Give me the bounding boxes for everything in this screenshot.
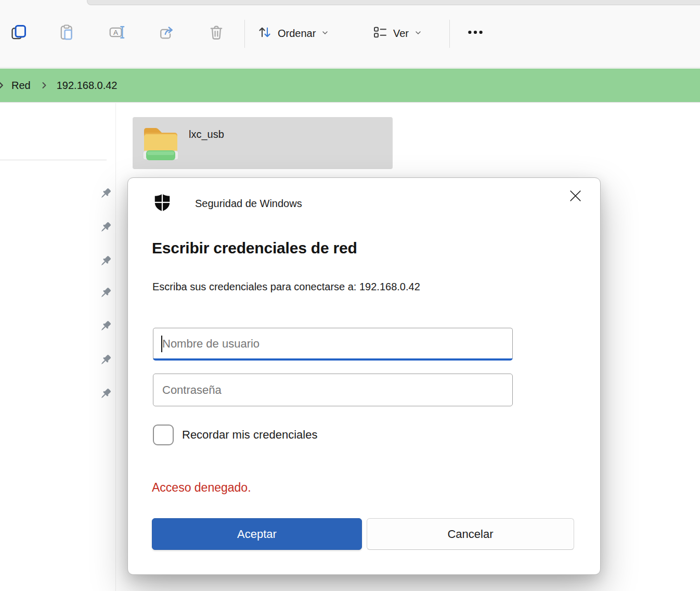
windows-security-dialog: Seguridad de Windows Escribir credencial… xyxy=(127,177,601,575)
breadcrumb-item-host[interactable]: 192.168.0.42 xyxy=(57,80,118,92)
copy-icon xyxy=(10,23,28,43)
pushpin-icon xyxy=(99,286,112,300)
sort-label: Ordenar xyxy=(278,28,316,40)
chevron-right-icon[interactable] xyxy=(39,80,49,91)
copy-button[interactable] xyxy=(8,23,29,44)
view-label: Ver xyxy=(393,28,409,40)
toolbar-separator xyxy=(244,20,245,48)
dialog-app-title: Seguridad de Windows xyxy=(195,198,302,210)
svg-text:A: A xyxy=(113,29,118,36)
close-x-icon xyxy=(569,189,582,204)
sidebar-section-divider xyxy=(0,160,107,160)
toolbar-separator xyxy=(449,20,450,48)
trash-icon xyxy=(208,23,225,43)
pushpin-icon xyxy=(99,221,112,234)
windows-security-shield-icon xyxy=(152,192,172,212)
pushpin-icon xyxy=(99,353,112,367)
remember-credentials-row[interactable]: Recordar mis credenciales xyxy=(153,425,317,445)
paste-button[interactable] xyxy=(56,23,77,44)
username-input[interactable] xyxy=(153,328,513,361)
file-name: lxc_usb xyxy=(189,129,224,140)
cancel-button[interactable]: Cancelar xyxy=(367,518,574,550)
share-icon xyxy=(158,23,175,43)
command-toolbar: A xyxy=(0,0,700,68)
password-field-wrap xyxy=(153,374,513,406)
file-explorer-window: A xyxy=(0,0,700,591)
pushpin-icon xyxy=(99,187,112,200)
pushpin-icon xyxy=(99,254,112,268)
text-caret xyxy=(161,336,162,352)
dialog-subheading: Escriba sus credenciales para conectarse… xyxy=(152,281,420,293)
folder-usb-icon xyxy=(140,122,182,164)
sort-arrows-icon xyxy=(257,24,273,43)
chevron-down-icon xyxy=(414,28,422,40)
error-message: Acceso denegado. xyxy=(152,481,251,495)
view-list-icon xyxy=(372,24,388,43)
ellipsis-icon xyxy=(466,23,484,43)
share-button[interactable] xyxy=(156,23,177,44)
delete-button[interactable] xyxy=(206,23,227,44)
rename-button[interactable]: A xyxy=(107,23,127,44)
paste-icon xyxy=(58,23,75,43)
view-button[interactable]: Ver xyxy=(372,23,422,44)
tab-strip-remnant xyxy=(87,0,700,5)
chevron-down-icon xyxy=(321,28,329,40)
username-field-wrap xyxy=(153,328,513,361)
accept-button[interactable]: Aceptar xyxy=(152,518,362,550)
password-input[interactable] xyxy=(153,374,513,406)
more-options-button[interactable] xyxy=(463,23,488,44)
chevron-right-icon[interactable] xyxy=(0,80,7,91)
remember-checkbox[interactable] xyxy=(153,425,174,445)
close-button[interactable] xyxy=(566,187,585,206)
sort-button[interactable]: Ordenar xyxy=(257,23,329,44)
pushpin-icon xyxy=(99,387,112,401)
address-bar[interactable]: Red 192.168.0.42 xyxy=(0,68,700,102)
remember-label: Recordar mis credenciales xyxy=(182,428,317,442)
sidebar-divider[interactable] xyxy=(115,103,116,591)
pushpin-icon xyxy=(99,319,112,333)
file-item-lxc-usb[interactable]: lxc_usb xyxy=(133,117,393,169)
dialog-heading: Escribir credenciales de red xyxy=(152,239,357,257)
breadcrumb-item-red[interactable]: Red xyxy=(11,80,31,92)
rename-icon: A xyxy=(108,23,126,43)
